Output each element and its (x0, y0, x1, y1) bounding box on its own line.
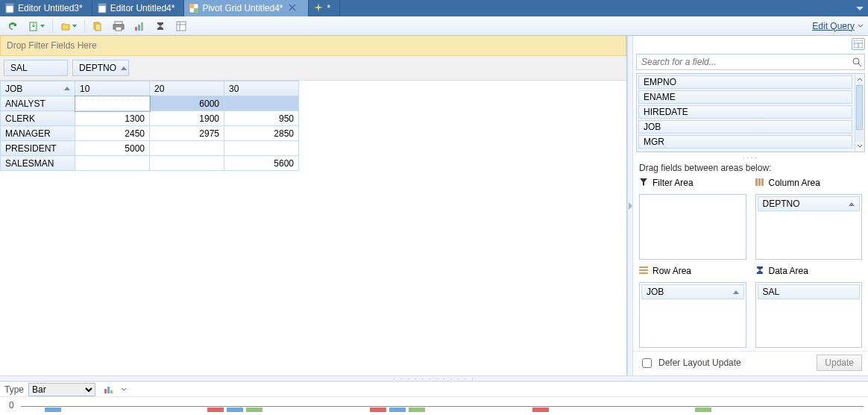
sort-asc-icon (121, 66, 127, 70)
row-header[interactable]: MANAGER (1, 126, 75, 141)
chart-axis-line (21, 406, 864, 407)
edit-query-link[interactable]: Edit Query (812, 21, 855, 31)
data-cell[interactable]: 2850 (224, 126, 299, 141)
area-field-chip[interactable]: DEPTNO (758, 196, 861, 211)
data-cell[interactable]: 950 (224, 111, 299, 126)
available-field-item[interactable]: JOB (638, 120, 852, 134)
panel-layout-button[interactable] (852, 38, 865, 50)
data-area-box[interactable]: SAL (755, 282, 863, 348)
tabs-bar: Editor Untitled3* Editor Untitled4* Pivo… (0, 0, 868, 16)
data-cell[interactable] (224, 141, 299, 156)
open-button[interactable] (57, 19, 80, 34)
vertical-splitter[interactable] (627, 36, 633, 375)
row-header[interactable]: ANALYST (1, 96, 75, 111)
chevron-down-icon (856, 7, 864, 10)
data-cell[interactable] (150, 156, 224, 171)
fields-layout-button[interactable] (173, 19, 189, 34)
chart-bar (227, 408, 243, 412)
defer-layout-checkbox[interactable]: Defer Layout Update (639, 356, 741, 370)
column-area-box[interactable]: DEPTNO (755, 194, 863, 260)
defer-checkbox-input[interactable] (642, 358, 652, 368)
filter-area-box[interactable] (639, 194, 746, 260)
tab-label: Editor Untitled3* (18, 3, 83, 13)
filter-drop-area[interactable]: Drop Filter Fields Here (0, 36, 626, 56)
data-cell[interactable]: 6000 (150, 96, 224, 111)
column-header[interactable]: 10 (75, 81, 150, 96)
sort-asc-icon (64, 87, 70, 90)
svg-rect-32 (639, 272, 648, 274)
data-cell[interactable]: 2975 (150, 126, 224, 141)
tab-label: * (327, 3, 330, 13)
data-field-header[interactable]: SAL (4, 60, 68, 76)
print-button[interactable] (110, 19, 127, 34)
update-button[interactable]: Update (817, 355, 862, 371)
field-list-panel: EMPNOENAMEHIREDATEJOBMGR ···· Drag field… (633, 36, 868, 375)
table-row[interactable]: PRESIDENT5000 (1, 141, 299, 156)
tab-sparkle[interactable]: * (309, 0, 340, 16)
row-header[interactable]: PRESIDENT (1, 141, 75, 156)
chart-bar (409, 408, 425, 412)
available-field-item[interactable]: ENAME (638, 90, 852, 104)
scroll-down-button[interactable] (855, 142, 864, 151)
data-cell[interactable]: 2450 (75, 126, 150, 141)
column-field-header[interactable]: DEPTNO (72, 60, 129, 76)
export-button[interactable] (25, 19, 48, 34)
data-cell[interactable] (150, 141, 224, 156)
scrollbar[interactable] (855, 75, 864, 151)
area-field-chip[interactable]: JOB (641, 284, 744, 299)
data-cell[interactable]: 5600 (224, 156, 299, 171)
row-header[interactable]: CLERK (1, 111, 75, 126)
chevron-down-icon (40, 25, 45, 28)
svg-marker-9 (314, 3, 323, 12)
data-cell[interactable]: 5000 (75, 141, 150, 156)
sum-button[interactable] (152, 19, 169, 34)
pivot-table: JOB102030ANALYST6000CLERK13001900950MANA… (0, 81, 299, 171)
chart-options-button[interactable] (100, 382, 116, 397)
column-area-title: Column Area (755, 176, 863, 190)
chart-bar (246, 408, 262, 412)
scroll-up-button[interactable] (855, 75, 864, 84)
chart-button[interactable] (131, 19, 148, 34)
column-header[interactable]: 20 (150, 81, 224, 96)
chart-type-select[interactable]: Bar (28, 383, 95, 396)
svg-rect-16 (135, 27, 137, 31)
refresh-button[interactable] (4, 19, 21, 34)
defer-label: Defer Layout Update (658, 358, 741, 368)
available-field-item[interactable]: HIREDATE (638, 105, 852, 119)
table-row[interactable]: ANALYST6000 (1, 96, 299, 111)
close-icon[interactable] (289, 3, 296, 13)
chip-label: JOB (647, 287, 664, 297)
horizontal-splitter[interactable]: · · · · · · · · · · · · (0, 375, 868, 381)
horizontal-grip[interactable]: ···· (633, 152, 868, 160)
tabs-overflow[interactable] (856, 0, 868, 16)
column-header[interactable]: 30 (224, 81, 299, 96)
data-cell[interactable] (224, 96, 299, 111)
area-title-label: Column Area (769, 178, 820, 188)
tab-editor-untitled4[interactable]: Editor Untitled4* (92, 0, 185, 16)
tab-editor-untitled3[interactable]: Editor Untitled3* (0, 0, 92, 16)
field-search-input[interactable] (636, 54, 865, 70)
columns-icon (755, 178, 764, 188)
table-row[interactable]: MANAGER245029752850 (1, 126, 299, 141)
available-fields-list[interactable]: EMPNOENAMEHIREDATEJOBMGR (636, 73, 865, 152)
row-field-header[interactable]: JOB (1, 81, 75, 96)
tab-pivot-grid-untitled4[interactable]: Pivot Grid Untitled4* (184, 0, 309, 16)
svg-rect-27 (755, 178, 758, 186)
svg-rect-18 (141, 22, 143, 31)
row-area-box[interactable]: JOB (639, 282, 746, 348)
available-field-item[interactable]: EMPNO (638, 75, 852, 89)
data-cell[interactable]: 1900 (150, 111, 224, 126)
table-row[interactable]: CLERK13001900950 (1, 111, 299, 126)
table-row[interactable]: SALESMAN5600 (1, 156, 299, 171)
scroll-thumb[interactable] (856, 85, 863, 130)
chart-bar (389, 408, 406, 412)
data-cell[interactable] (75, 96, 150, 111)
data-cell[interactable] (75, 156, 150, 171)
available-field-item[interactable]: MGR (638, 135, 852, 149)
area-field-chip[interactable]: SAL (758, 284, 861, 299)
header-label: JOB (5, 84, 22, 94)
data-cell[interactable]: 1300 (75, 111, 150, 126)
row-header[interactable]: SALESMAN (1, 156, 75, 171)
tab-label: Editor Untitled4* (110, 3, 175, 13)
copy-button[interactable] (89, 19, 106, 34)
